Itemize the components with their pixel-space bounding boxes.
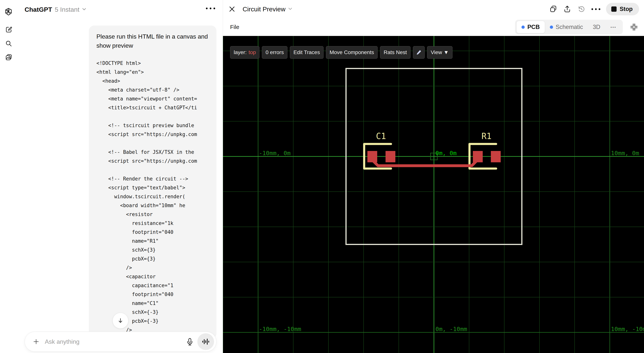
file-menu[interactable]: File	[230, 24, 239, 30]
user-message-text: Please run this HTML file in a canvas an…	[96, 32, 209, 50]
pcb-pad[interactable]	[491, 151, 501, 162]
user-message-code: <!DOCTYPE html> <html lang="en"> <head> …	[96, 59, 209, 334]
grid-lines	[223, 36, 644, 353]
pcb-toolbar: layer: top 0 errorsEdit TracesMove Compo…	[230, 46, 452, 59]
openai-logo-icon	[4, 7, 13, 17]
user-message-bubble: Please run this HTML file in a canvas an…	[89, 26, 216, 339]
library-icon[interactable]	[5, 54, 12, 61]
coordinate-labels: -10mm, 0m0m, 0m10mm, 0m-10mm, -10mm0m, -…	[259, 150, 644, 332]
share-icon[interactable]	[563, 5, 572, 13]
chat-panel: ChatGPT 5 Instant Please run this HTML f…	[17, 0, 223, 353]
chevron-down-icon[interactable]	[82, 7, 86, 12]
coordinate-label: 10mm, 0m	[611, 150, 639, 156]
canvas-menubar: File PCBSchematic3D⋯	[223, 18, 644, 36]
component-ref-c1[interactable]: C1	[376, 131, 386, 141]
layer-value: top	[248, 49, 256, 56]
canvas-title-chevron-icon[interactable]	[288, 6, 293, 12]
tab-label: Schematic	[556, 24, 583, 31]
coordinate-label: 0m, -10mm	[436, 325, 467, 332]
toolbar-button-edit-traces[interactable]: Edit Traces	[290, 46, 324, 59]
coordinate-label: 0m, 0m	[436, 150, 456, 156]
toolbar-button-0-errors[interactable]: 0 errors	[262, 46, 287, 59]
stop-button-label: Stop	[620, 6, 633, 13]
canvas-panel: Circuit Preview	[223, 0, 644, 353]
layer-label: layer:	[234, 49, 246, 56]
pencil-tool-button[interactable]	[413, 46, 425, 59]
view-tab-group: PCBSchematic3D⋯	[515, 20, 623, 35]
dictate-mic-icon[interactable]	[186, 337, 194, 346]
pcb-viewport[interactable]: C1 R1 -10mm, 0m0m, 0m10mm, 0m-10mm, -10m…	[223, 36, 644, 353]
coordinate-label: 10mm, -10mm	[611, 325, 644, 332]
copy-icon[interactable]	[549, 5, 558, 13]
voice-mode-button[interactable]	[198, 333, 214, 350]
toolbar-button-move-components[interactable]: Move Components	[326, 46, 378, 59]
pcb-pad[interactable]	[386, 151, 395, 162]
toolbar-button-rats-nest[interactable]: Rats Nest	[380, 46, 410, 59]
view-tabs-overflow-icon[interactable]: ⋯	[605, 21, 622, 33]
pcb-canvas[interactable]: layer: top 0 errorsEdit TracesMove Compo…	[223, 36, 644, 353]
history-icon[interactable]	[577, 5, 586, 14]
view-dropdown-label: View ▼	[431, 49, 449, 56]
left-sidebar	[0, 0, 17, 353]
tab-schematic[interactable]: Schematic	[545, 21, 588, 33]
coordinate-label: -10mm, -10mm	[259, 325, 301, 332]
message-composer	[24, 332, 216, 352]
tab-label: ⋯	[610, 24, 616, 31]
tab-dot-icon	[550, 26, 553, 29]
view-switcher-area: PCBSchematic3D⋯	[515, 18, 638, 36]
layer-selector-button[interactable]: layer: top	[230, 46, 260, 59]
tab-dot-icon	[522, 26, 525, 29]
tab-label: 3D	[593, 24, 600, 31]
chat-app-title[interactable]: ChatGPT	[24, 6, 52, 13]
canvas-header: Circuit Preview	[223, 0, 644, 18]
stop-button[interactable]: Stop	[606, 3, 639, 15]
tab-label: PCB	[527, 24, 540, 31]
canvas-actions: Stop	[549, 0, 639, 18]
coordinate-label: -10mm, 0m	[259, 150, 290, 156]
attach-plus-icon[interactable]	[32, 338, 40, 345]
collapse-icon[interactable]	[630, 23, 638, 32]
component-ref-r1[interactable]: R1	[482, 131, 492, 141]
chat-model-label[interactable]: 5 Instant	[55, 6, 79, 13]
chat-input[interactable]	[44, 338, 186, 345]
close-canvas-icon[interactable]	[228, 5, 236, 13]
app-screen: ChatGPT 5 Instant Please run this HTML f…	[0, 0, 644, 353]
search-icon[interactable]	[5, 40, 12, 47]
stop-square-icon	[611, 7, 616, 12]
pcb-pad[interactable]	[368, 151, 377, 162]
conversation-options-icon[interactable]	[206, 8, 215, 9]
pencil-icon	[416, 49, 422, 56]
scroll-to-bottom-button[interactable]	[112, 313, 128, 328]
chat-header: ChatGPT 5 Instant	[17, 0, 223, 19]
new-chat-icon[interactable]	[5, 26, 12, 33]
tab-pcb[interactable]: PCB	[516, 21, 545, 33]
more-options-icon[interactable]	[592, 8, 600, 10]
pcb-pad[interactable]	[473, 151, 483, 162]
view-dropdown-button[interactable]: View ▼	[427, 46, 452, 59]
tab-3d[interactable]: 3D	[588, 21, 605, 33]
canvas-title[interactable]: Circuit Preview	[242, 6, 286, 13]
